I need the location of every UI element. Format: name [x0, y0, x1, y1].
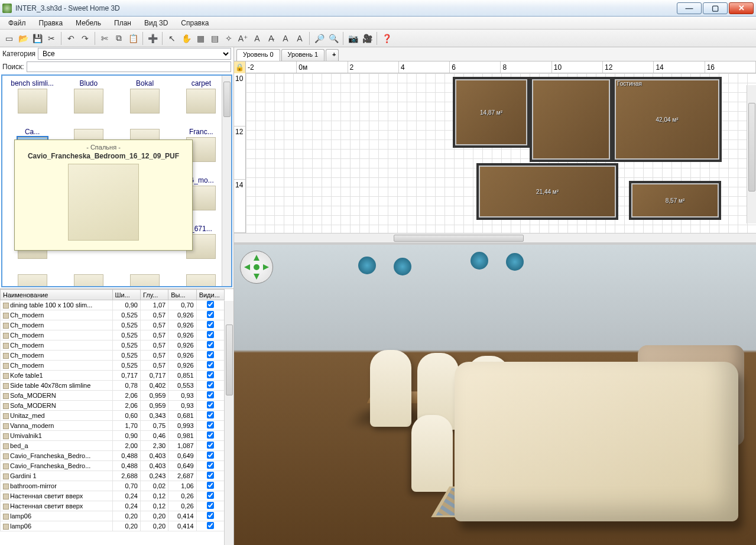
column-header[interactable]: Глу... — [140, 290, 168, 300]
photo-icon[interactable]: 📷 — [346, 32, 359, 45]
catalog-scrollbar[interactable] — [222, 76, 231, 286]
open-icon[interactable]: 📂 — [17, 32, 30, 45]
cut-icon[interactable]: ✄ — [98, 32, 111, 45]
list-scrollbar[interactable] — [224, 301, 233, 545]
catalog-item[interactable] — [61, 272, 116, 286]
visible-checkbox[interactable] — [207, 492, 214, 499]
plan-view[interactable]: 🔒 -20м246810121416 101214 14,87 м²Гостин… — [234, 61, 756, 245]
table-row[interactable]: Ch_modern0,5250,570,926 — [1, 361, 225, 371]
save-icon[interactable]: 💾 — [31, 32, 44, 45]
table-row[interactable]: Ch_modern0,5250,570,926 — [1, 330, 225, 340]
visible-checkbox[interactable] — [207, 421, 214, 429]
search-input[interactable] — [27, 61, 231, 72]
table-row[interactable]: Настенная светит вверх0,240,120,26 — [1, 491, 225, 501]
polyline-icon[interactable]: ✧ — [222, 32, 235, 45]
select-icon[interactable]: ↖ — [166, 32, 179, 45]
catalog-item[interactable] — [118, 272, 173, 286]
3d-view[interactable] — [234, 245, 756, 545]
close-button[interactable]: ✕ — [729, 2, 754, 14]
table-row[interactable]: Sofa_MODERN2,060,9590,93 — [1, 401, 225, 411]
menu-План[interactable]: План — [108, 18, 137, 28]
table-row[interactable]: Ch_modern0,5250,570,926 — [1, 320, 225, 330]
visible-checkbox[interactable] — [207, 472, 214, 479]
plan-v-scrollbar[interactable] — [747, 85, 756, 223]
visible-checkbox[interactable] — [207, 381, 214, 388]
column-header[interactable]: Ши... — [112, 290, 140, 300]
level-tab[interactable]: Уровень 0 — [236, 49, 280, 61]
room[interactable]: 21,44 м² — [476, 163, 618, 220]
minimize-button[interactable]: — — [677, 2, 702, 14]
text-icon[interactable]: A — [251, 32, 264, 45]
redo-icon[interactable]: ↷ — [79, 32, 92, 45]
paste-icon[interactable]: 📋 — [126, 32, 139, 45]
table-row[interactable]: Gardini 12,6880,2432,687 — [1, 471, 225, 481]
visible-checkbox[interactable] — [207, 462, 214, 469]
table-row[interactable]: Sofa_MODERN2,060,9590,93 — [1, 391, 225, 401]
table-row[interactable]: Vanna_modern1,700,750,993 — [1, 421, 225, 431]
menu-Правка[interactable]: Правка — [33, 18, 69, 28]
plan-canvas[interactable]: 14,87 м²Гостиная42,04 м²21,44 м²8,57 м² — [246, 73, 756, 233]
add-furniture-icon[interactable]: ➕ — [146, 32, 159, 45]
visible-checkbox[interactable] — [207, 482, 214, 489]
column-header[interactable]: Види... — [196, 290, 224, 300]
zoom-out-icon[interactable]: 🔎 — [313, 32, 326, 45]
visible-checkbox[interactable] — [207, 321, 214, 328]
room-icon[interactable]: ▤ — [208, 32, 221, 45]
undo-icon[interactable]: ↶ — [64, 32, 77, 45]
prefs-icon[interactable]: ✂ — [45, 32, 58, 45]
category-select[interactable]: Все — [38, 48, 231, 60]
visible-checkbox[interactable] — [207, 432, 214, 439]
table-row[interactable]: Unitaz_med0,600,3430,681 — [1, 411, 225, 421]
maximize-button[interactable]: ▢ — [703, 2, 728, 14]
wall-icon[interactable]: ▦ — [194, 32, 207, 45]
visible-checkbox[interactable] — [207, 311, 214, 318]
room[interactable]: 14,87 м² — [453, 77, 530, 148]
visible-checkbox[interactable] — [207, 351, 214, 358]
room[interactable]: Гостиная42,04 м² — [612, 77, 722, 162]
new-icon[interactable]: ▭ — [2, 32, 15, 45]
video-icon[interactable]: 🎥 — [361, 32, 374, 45]
visible-checkbox[interactable] — [207, 522, 214, 529]
table-row[interactable]: Ch_modern0,5250,570,926 — [1, 310, 225, 320]
add-level-button[interactable]: + — [326, 49, 339, 61]
table-row[interactable]: Ch_modern0,5250,570,926 — [1, 340, 225, 351]
visible-checkbox[interactable] — [207, 371, 214, 378]
visible-checkbox[interactable] — [207, 361, 214, 368]
catalog-item[interactable]: bench slimli... — [5, 78, 60, 125]
table-row[interactable]: Ch_modern0,5250,570,926 — [1, 351, 225, 361]
visible-checkbox[interactable] — [207, 401, 214, 408]
menu-Мебель[interactable]: Мебель — [70, 18, 107, 28]
visible-checkbox[interactable] — [207, 512, 214, 519]
3d-nav-control[interactable] — [240, 251, 273, 284]
column-header[interactable]: Вы... — [168, 290, 196, 300]
column-header[interactable]: Наименование — [1, 290, 113, 300]
catalog-item[interactable] — [174, 272, 229, 286]
table-row[interactable]: Kofe table10,7170,7170,851 — [1, 371, 225, 381]
label-icon[interactable]: A̶ — [265, 32, 278, 45]
copy-icon[interactable]: ⧉ — [112, 32, 125, 45]
room[interactable] — [530, 77, 612, 162]
level-tab[interactable]: Уровень 1 — [281, 49, 325, 61]
visible-checkbox[interactable] — [207, 452, 214, 459]
visible-checkbox[interactable] — [207, 301, 214, 308]
visible-checkbox[interactable] — [207, 411, 214, 419]
visible-checkbox[interactable] — [207, 442, 214, 449]
level-icon[interactable]: A — [293, 32, 306, 45]
table-row[interactable]: Настенная светит вверх0,240,120,26 — [1, 501, 225, 511]
visible-checkbox[interactable] — [207, 502, 214, 509]
table-row[interactable]: Side table 40x78cm slimline0,780,4020,55… — [1, 381, 225, 391]
table-row[interactable]: bathroom-mirror0,700,021,06 — [1, 481, 225, 491]
table-row[interactable]: Cavio_Francheska_Bedro...0,4880,4030,649 — [1, 461, 225, 471]
menu-Файл[interactable]: Файл — [2, 18, 32, 28]
catalog-item[interactable] — [5, 272, 60, 286]
menu-Вид 3D[interactable]: Вид 3D — [138, 18, 174, 28]
visible-checkbox[interactable] — [207, 391, 214, 398]
catalog-item[interactable]: Bokal — [118, 78, 173, 125]
help-icon[interactable]: ❓ — [380, 32, 393, 45]
visible-checkbox[interactable] — [207, 331, 214, 338]
catalog-item[interactable]: Bludo — [61, 78, 116, 125]
pan-icon[interactable]: ✋ — [180, 32, 193, 45]
visible-checkbox[interactable] — [207, 341, 214, 348]
table-row[interactable]: Umivalnik10,900,460,981 — [1, 431, 225, 441]
room[interactable]: 8,57 м² — [629, 181, 721, 220]
